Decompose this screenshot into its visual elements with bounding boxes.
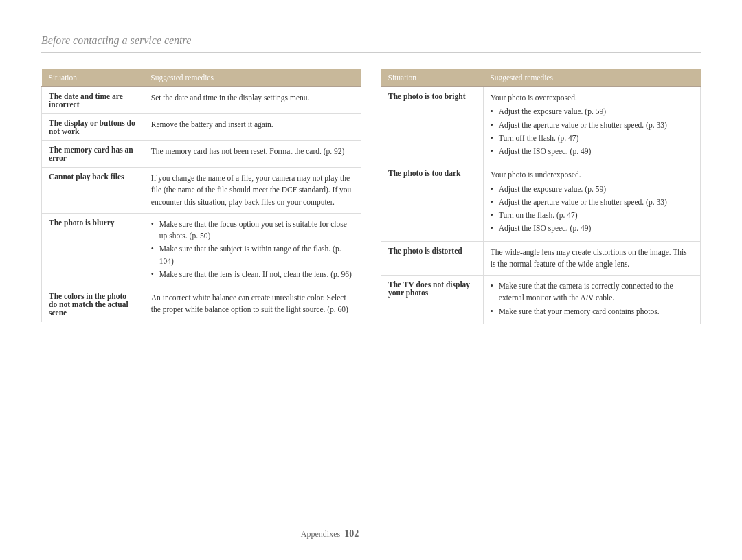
right-remedy-cell: Your photo is underexposed.Adjust the ex… xyxy=(483,164,700,241)
right-remedy-cell: The wide-angle lens may create distortio… xyxy=(483,241,700,276)
list-item: Make sure that the subject is within ran… xyxy=(151,243,354,267)
left-remedy-cell: Remove the battery and insert it again. xyxy=(144,114,361,141)
list-item: Adjust the ISO speed. (p. 49) xyxy=(491,146,693,157)
list-item: Adjust the exposure value. (p. 59) xyxy=(491,106,693,117)
left-situation-cell: The colors in the photo do not match the… xyxy=(42,287,144,322)
left-table-row: Cannot play back filesIf you change the … xyxy=(42,168,361,214)
right-table-section: Situation Suggested remedies The photo i… xyxy=(381,69,701,324)
page-title: Before contacting a service centre xyxy=(41,34,701,47)
left-col-remedies: Suggested remedies xyxy=(144,69,361,87)
left-table-row: The memory card has an errorThe memory c… xyxy=(42,141,361,168)
left-situation-cell: The display or buttons do not work xyxy=(42,114,144,141)
right-table-row: The TV does not display your photosMake … xyxy=(381,276,701,324)
left-situation-cell: The date and time are incorrect xyxy=(42,87,144,114)
footer-label: Appendixes xyxy=(301,529,340,539)
left-remedy-cell: Set the date and time in the display set… xyxy=(144,87,361,114)
right-remedy-cell: Your photo is overexposed.Adjust the exp… xyxy=(483,87,700,164)
left-situation-cell: The photo is blurry xyxy=(42,213,144,287)
left-remedy-cell: An incorrect white balance can create un… xyxy=(144,287,361,322)
list-item: Make sure that the focus option you set … xyxy=(151,219,354,243)
right-situation-cell: The photo is distorted xyxy=(381,241,484,276)
list-item: Make sure that the camera is correctly c… xyxy=(491,280,693,304)
list-item: Adjust the exposure value. (p. 59) xyxy=(491,183,693,195)
list-item: Make sure that the lens is clean. If not… xyxy=(151,269,354,280)
right-remedy-cell: Make sure that the camera is correctly c… xyxy=(483,276,700,324)
right-situation-cell: The photo is too dark xyxy=(381,164,484,241)
right-table-row: The photo is too brightYour photo is ove… xyxy=(381,87,701,164)
left-remedy-cell: Make sure that the focus option you set … xyxy=(144,213,361,287)
left-table-section: Situation Suggested remedies The date an… xyxy=(41,69,361,324)
list-item: Adjust the aperture value or the shutter… xyxy=(491,120,693,131)
left-table-row: The colors in the photo do not match the… xyxy=(42,287,361,322)
right-situation-cell: The photo is too bright xyxy=(381,87,484,164)
footer-page: 102 xyxy=(344,528,359,539)
list-item: Adjust the aperture value or the shutter… xyxy=(491,197,693,208)
left-table-row: The date and time are incorrectSet the d… xyxy=(42,87,361,114)
right-table-row: The photo is distortedThe wide-angle len… xyxy=(381,241,701,276)
page-container: Before contacting a service centre Situa… xyxy=(0,0,742,352)
list-item: Turn on the flash. (p. 47) xyxy=(491,210,693,221)
page-footer: Appendixes 102 xyxy=(0,528,660,539)
left-table-row: The photo is blurryMake sure that the fo… xyxy=(42,213,361,287)
right-col-situation: Situation xyxy=(381,69,484,87)
right-situation-cell: The TV does not display your photos xyxy=(381,276,484,324)
tables-wrapper: Situation Suggested remedies The date an… xyxy=(41,69,701,324)
left-situation-cell: The memory card has an error xyxy=(42,141,144,168)
left-table: Situation Suggested remedies The date an… xyxy=(41,69,361,322)
left-table-row: The display or buttons do not workRemove… xyxy=(42,114,361,141)
title-rule xyxy=(41,52,701,53)
left-situation-cell: Cannot play back files xyxy=(42,168,144,214)
left-remedy-cell: The memory card has not been reset. Form… xyxy=(144,141,361,168)
left-col-situation: Situation xyxy=(42,69,144,87)
right-col-remedies: Suggested remedies xyxy=(483,69,700,87)
right-table: Situation Suggested remedies The photo i… xyxy=(381,69,701,324)
list-item: Make sure that your memory card contains… xyxy=(491,306,693,317)
left-remedy-cell: If you change the name of a file, your c… xyxy=(144,168,361,214)
list-item: Turn off the flash. (p. 47) xyxy=(491,133,693,144)
list-item: Adjust the ISO speed. (p. 49) xyxy=(491,223,693,234)
right-table-row: The photo is too darkYour photo is under… xyxy=(381,164,701,241)
